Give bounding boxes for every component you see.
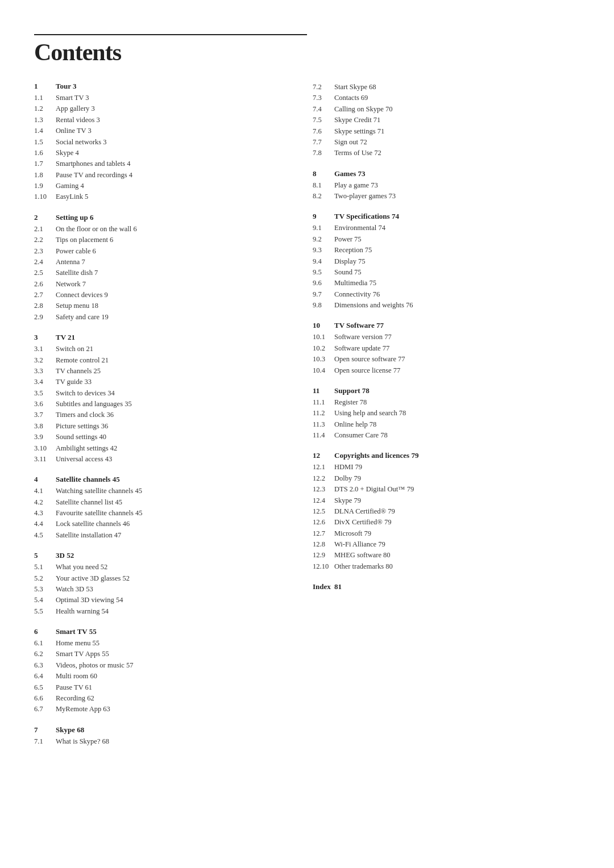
toc-item-number: 7.4 — [313, 104, 334, 115]
toc-left-column: 1Tour 31.1Smart TV 31.2App gallery 31.3R… — [34, 82, 307, 757]
toc-item-text: Smart TV Apps 55 — [56, 649, 109, 660]
toc-section: 3TV 213.1Switch on 213.2Remote control 2… — [34, 333, 290, 465]
toc-item-text: Ambilight settings 42 — [56, 443, 117, 454]
section-header: 12Copyrights and licences 79 — [313, 451, 580, 460]
toc-item-text: Power 75 — [334, 234, 362, 245]
toc-item-text: Rental videos 3 — [56, 115, 100, 126]
section-number: 11 — [313, 386, 334, 395]
toc-item-number: 6.5 — [34, 682, 56, 693]
toc-item-text: What is Skype? 68 — [56, 736, 109, 747]
toc-item-text: Subtitles and languages 35 — [56, 399, 132, 410]
header-rule — [34, 34, 307, 35]
toc-item: 6.3Videos, photos or music 57 — [34, 660, 290, 671]
toc-item-text: Pause TV and recordings 4 — [56, 170, 132, 181]
toc-item: 7.4Calling on Skype 70 — [313, 104, 580, 115]
toc-item: 3.7Timers and clock 36 — [34, 410, 290, 420]
toc-item-number: 7.8 — [313, 148, 334, 158]
toc-item: 3.5Switch to devices 34 — [34, 388, 290, 399]
section-number: 12 — [313, 451, 334, 460]
toc-item-number: 9.1 — [313, 223, 334, 233]
toc-item-number: 7.5 — [313, 115, 334, 126]
toc-item-number: 9.5 — [313, 267, 334, 278]
toc-section: 4Satellite channels 454.1Watching satell… — [34, 475, 290, 541]
toc-item-text: Dolby 79 — [334, 473, 361, 484]
toc-item-number: 5.3 — [34, 584, 56, 595]
toc-item-text: Recording 62 — [56, 693, 94, 704]
toc-item-number: 11.1 — [313, 397, 334, 408]
section-number: 8 — [313, 169, 334, 178]
toc-item-number: 6.7 — [34, 704, 56, 715]
section-title: Copyrights and licences 79 — [334, 451, 418, 460]
section-header: 4Satellite channels 45 — [34, 475, 290, 484]
toc-item: 7.7Sign out 72 — [313, 137, 580, 148]
toc-item-number: 1.2 — [34, 103, 56, 114]
toc-item-number: 8.1 — [313, 180, 334, 191]
toc-item: 2.7Connect devices 9 — [34, 290, 290, 301]
toc-item-number: 12.2 — [313, 473, 334, 484]
toc-item-number: 9.4 — [313, 256, 334, 267]
toc-section: 1Tour 31.1Smart TV 31.2App gallery 31.3R… — [34, 82, 290, 203]
toc-item-number: 6.1 — [34, 638, 56, 649]
toc-item-text: Calling on Skype 70 — [334, 104, 392, 115]
toc-item-text: Setup menu 18 — [56, 301, 98, 311]
toc-item-text: Watching satellite channels 45 — [56, 486, 142, 496]
toc-section: 6Smart TV 556.1Home menu 556.2Smart TV A… — [34, 627, 290, 715]
toc-item: 6.5Pause TV 61 — [34, 682, 290, 693]
toc-item: 7.8Terms of Use 72 — [313, 148, 580, 158]
toc-item-number: 2.7 — [34, 290, 56, 301]
toc-item-text: Optimal 3D viewing 54 — [56, 595, 123, 606]
toc-item-text: Register 78 — [334, 397, 367, 408]
toc-item-text: Home menu 55 — [56, 638, 99, 649]
toc-item: 7.2Start Skype 68 — [313, 82, 580, 93]
toc-item-text: Open source license 77 — [334, 365, 400, 376]
toc-right-column: 7.2Start Skype 687.3Contacts 697.4Callin… — [307, 82, 580, 757]
toc-item-number: 11.4 — [313, 430, 334, 441]
toc-item: 3.9Sound settings 40 — [34, 432, 290, 443]
toc-section: 2Setting up 62.1On the floor or on the w… — [34, 213, 290, 323]
section-number: 2 — [34, 213, 56, 222]
toc-item: 6.4Multi room 60 — [34, 671, 290, 682]
toc-item-number: 12.1 — [313, 462, 334, 473]
section-title: Smart TV 55 — [56, 627, 97, 636]
toc-item: 4.3Favourite satellite channels 45 — [34, 508, 290, 519]
toc-item: 10.1Software version 77 — [313, 332, 580, 343]
section-title: 81 — [334, 582, 342, 591]
section-title: Games 73 — [334, 169, 366, 178]
section-header: 2Setting up 6 — [34, 213, 290, 222]
toc-item-number: 10.3 — [313, 354, 334, 365]
toc-item: 9.3Reception 75 — [313, 245, 580, 256]
section-header: 1Tour 3 — [34, 82, 290, 91]
toc-item-text: Safety and care 19 — [56, 312, 109, 323]
toc-item-number: 11.3 — [313, 419, 334, 430]
section-header: 8Games 73 — [313, 169, 580, 178]
section-number: 1 — [34, 82, 56, 91]
toc-item: 9.7Connectivity 76 — [313, 289, 580, 300]
toc-item-number: 1.9 — [34, 181, 56, 191]
toc-item-text: Videos, photos or music 57 — [56, 660, 133, 671]
toc-item: 7.5Skype Credit 71 — [313, 115, 580, 126]
toc-item: 2.9Safety and care 19 — [34, 312, 290, 323]
toc-item: 10.3Open source software 77 — [313, 354, 580, 365]
toc-item-number: 9.6 — [313, 278, 334, 289]
toc-item-text: DLNA Certified® 79 — [334, 506, 395, 517]
toc-item: 9.2Power 75 — [313, 234, 580, 245]
toc-item: 3.2Remote control 21 — [34, 355, 290, 366]
section-number: 4 — [34, 475, 56, 484]
toc-item: 9.6Multimedia 75 — [313, 278, 580, 289]
toc-item-number: 1.1 — [34, 93, 56, 103]
section-header: 7Skype 68 — [34, 725, 290, 735]
toc-item: 3.1Switch on 21 — [34, 344, 290, 354]
toc-section: 7Skype 687.1What is Skype? 68 — [34, 725, 290, 747]
toc-section: 11Support 7811.1Register 7811.2Using hel… — [313, 386, 580, 441]
toc-item-text: Sound 75 — [334, 267, 362, 278]
toc-item: 3.3TV channels 25 — [34, 366, 290, 377]
toc-item-number: 12.9 — [313, 550, 334, 561]
section-number: 5 — [34, 551, 56, 560]
toc-item: 5.2Your active 3D glasses 52 — [34, 573, 290, 584]
toc-item-text: On the floor or on the wall 6 — [56, 224, 137, 235]
toc-section: 8Games 738.1Play a game 738.2Two-player … — [313, 169, 580, 202]
toc-item: 5.4Optimal 3D viewing 54 — [34, 595, 290, 606]
toc-item-number: 2.4 — [34, 257, 56, 268]
toc-item: 7.6Skype settings 71 — [313, 126, 580, 137]
toc-item-text: Environmental 74 — [334, 223, 385, 233]
